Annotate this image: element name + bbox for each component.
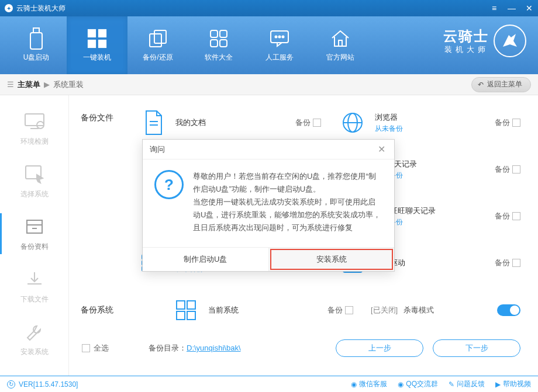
- status-link-wechat[interactable]: ◉微信客服: [351, 379, 387, 389]
- svg-rect-6: [150, 34, 161, 47]
- backup-path-link[interactable]: D:\yunqishi\bak\: [187, 344, 241, 352]
- antivirus-status: [已关闭]: [371, 305, 398, 315]
- document-icon: [139, 109, 167, 137]
- sidebar-item-select-system[interactable]: 选择系统: [0, 155, 68, 207]
- sidebar-item-label: 下载文件: [20, 294, 49, 304]
- video-icon: ▶: [495, 380, 501, 388]
- checkbox[interactable]: [345, 306, 353, 314]
- checkbox[interactable]: [512, 212, 520, 220]
- nav-support[interactable]: 人工服务: [249, 16, 310, 74]
- titlebar: ✦ 云骑士装机大师 ≡ — ✕: [0, 0, 538, 16]
- sidebar-item-label: 环境检测: [20, 137, 49, 147]
- minimize-icon[interactable]: —: [508, 4, 516, 12]
- download-icon: [23, 269, 46, 290]
- svg-point-15: [282, 36, 284, 38]
- sidebar-item-env-check[interactable]: 环境检测: [0, 102, 68, 155]
- windows-logo-icon: [172, 296, 200, 324]
- item-title: 我的文档: [175, 117, 287, 128]
- brand: 云骑士 装机大师: [443, 25, 526, 57]
- checkbox[interactable]: [512, 259, 520, 267]
- nav-one-click-install[interactable]: 一键装机: [67, 16, 127, 74]
- select-all-label: 全选: [94, 343, 109, 353]
- svg-rect-47: [187, 311, 195, 320]
- action-label: 备份: [495, 117, 510, 128]
- knight-badge-icon: [494, 25, 526, 57]
- sidebar-item-label: 安装系统: [20, 347, 49, 357]
- status-link-qq-group[interactable]: ◉QQ交流群: [398, 379, 438, 389]
- prev-button[interactable]: 上一步: [336, 339, 423, 357]
- action-label: 备份: [495, 211, 510, 221]
- status-link-help-video[interactable]: ▶帮助视频: [495, 379, 531, 389]
- dialog-title: 询问: [150, 144, 165, 155]
- nav-label: 一键装机: [83, 53, 111, 63]
- checkbox[interactable]: [512, 165, 520, 174]
- svg-rect-8: [211, 30, 218, 37]
- home-icon: [330, 28, 351, 49]
- browser-icon: [339, 109, 367, 137]
- close-icon[interactable]: ✕: [525, 4, 533, 12]
- svg-point-13: [275, 36, 277, 38]
- version-text: VER[11.5.47.1530]: [19, 380, 78, 388]
- nav-software[interactable]: 软件大全: [188, 16, 249, 74]
- select-all[interactable]: 全选: [82, 343, 109, 353]
- status-link-feedback[interactable]: ✎问题反馈: [449, 379, 485, 389]
- undo-icon: ↶: [478, 81, 484, 89]
- nav-backup-restore[interactable]: 备份/还原: [127, 16, 188, 74]
- back-to-main-button[interactable]: ↶ 返回主菜单: [471, 77, 531, 92]
- refresh-icon[interactable]: ↻: [7, 380, 15, 388]
- action-label: 备份: [295, 117, 311, 128]
- item-status: 从未备份: [375, 124, 487, 134]
- nav-usb-boot[interactable]: U盘启动: [6, 16, 67, 74]
- dialog-line2: 当您使用一键装机无法成功安装系统时，即可使用此启动U盘，进行系统重装，能够增加您…: [193, 196, 382, 234]
- checkbox[interactable]: [512, 119, 520, 127]
- header: U盘启动 一键装机 备份/还原 软件大全 人工服务: [0, 16, 538, 74]
- list-icon: ☰: [7, 80, 14, 89]
- svg-point-14: [279, 36, 281, 38]
- action-label: 备份: [327, 305, 343, 315]
- brand-sub: 装机大师: [444, 44, 489, 55]
- make-usb-button[interactable]: 制作启动U盘: [143, 248, 269, 271]
- svg-rect-1: [30, 33, 42, 49]
- prev-label: 上一步: [368, 343, 391, 353]
- copy-icon: [147, 28, 168, 49]
- monitor-gear-icon: [23, 111, 46, 132]
- sidebar-item-download[interactable]: 下载文件: [0, 260, 68, 313]
- install-system-button[interactable]: 安装系统: [269, 248, 395, 271]
- cursor-select-icon: [23, 164, 46, 185]
- antivirus-toggle[interactable]: [497, 304, 520, 316]
- sidebar-item-backup-data[interactable]: 备份资料: [0, 207, 68, 260]
- svg-rect-44: [177, 301, 185, 309]
- nav-website[interactable]: 官方网站: [310, 16, 371, 74]
- link-label: 微信客服: [359, 379, 387, 389]
- link-label: 问题反馈: [457, 379, 485, 389]
- menu-icon[interactable]: ≡: [490, 4, 498, 12]
- dialog-close-button[interactable]: ✕: [375, 144, 387, 155]
- svg-rect-7: [154, 30, 166, 43]
- breadcrumb: ☰ 主菜单 ▶ 系统重装 ↶ 返回主菜单: [0, 74, 538, 95]
- windows-icon: [87, 28, 108, 49]
- svg-rect-16: [339, 40, 342, 46]
- svg-rect-3: [98, 29, 106, 37]
- sidebar-item-install[interactable]: 安装系统: [0, 313, 68, 365]
- app-logo-icon: ✦: [5, 4, 13, 12]
- sidebar: 环境检测 选择系统 备份资料 下载文件 安装系统: [0, 95, 69, 376]
- apps-icon: [208, 28, 229, 49]
- checkbox[interactable]: [313, 119, 321, 127]
- feedback-icon: ✎: [449, 380, 454, 388]
- backup-path-label: 备份目录：: [149, 344, 187, 352]
- wechat-icon: ◉: [351, 380, 357, 388]
- crumb-main[interactable]: 主菜单: [18, 79, 40, 90]
- btn-label: 制作启动U盘: [184, 254, 227, 265]
- checkbox[interactable]: [82, 344, 90, 352]
- action-label: 备份: [495, 258, 510, 268]
- nav-label: 备份/还原: [143, 53, 173, 63]
- back-label: 返回主菜单: [487, 79, 522, 89]
- link-label: QQ交流群: [406, 379, 438, 389]
- item-browser: 浏览器从未备份 备份: [339, 107, 520, 138]
- sidebar-item-label: 选择系统: [20, 189, 49, 199]
- next-button[interactable]: 下一步: [433, 339, 520, 357]
- svg-rect-20: [27, 220, 42, 225]
- sidebar-item-label: 备份资料: [20, 242, 49, 252]
- item-title: 当前系统: [208, 305, 319, 315]
- question-icon: ?: [154, 170, 184, 199]
